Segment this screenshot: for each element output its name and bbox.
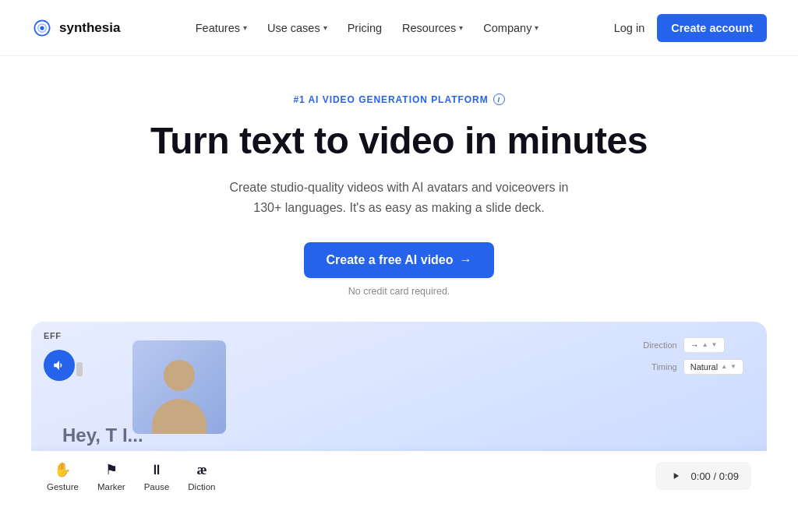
hero-subtitle: Create studio-quality videos with AI ava…	[228, 178, 570, 217]
logo[interactable]: synthesia	[31, 17, 120, 39]
toolbar: ✋ Gesture ⚑ Marker ⏸ Pause æ Diction	[31, 451, 767, 501]
nav-item-features[interactable]: Features ▾	[188, 17, 255, 39]
navigation: synthesia Features ▾ Use cases ▾ Pricing…	[0, 0, 798, 56]
arrow-icon: →	[460, 253, 472, 267]
bottom-text: Hey, T I...	[62, 425, 143, 446]
direction-control: Direction → ▲ ▼	[638, 337, 743, 353]
play-button[interactable]	[668, 468, 683, 484]
play-control: 0:00 / 0:09	[655, 462, 751, 490]
no-credit-card-text: No credit card required.	[348, 286, 450, 297]
right-controls: Direction → ▲ ▼ Timing Natural ▲ ▼	[638, 337, 743, 375]
hero-badge: #1 AI VIDEO GENERATION PLATFORM i	[293, 93, 504, 105]
play-icon	[670, 470, 681, 481]
chevron-up-icon: ▲	[721, 364, 727, 370]
demo-section: EFF Direction → ▲ ▼ Timing	[31, 322, 767, 501]
pause-tool[interactable]: ⏸ Pause	[144, 460, 170, 491]
diction-tool[interactable]: æ Diction	[188, 460, 215, 491]
logo-text: synthesia	[59, 20, 120, 36]
gesture-tool[interactable]: ✋ Gesture	[47, 460, 79, 491]
diction-icon: æ	[192, 460, 211, 479]
nav-actions: Log in Create account	[614, 14, 767, 42]
avatar-head	[164, 360, 195, 391]
chevron-down-icon: ▼	[730, 364, 736, 370]
speaker-icon	[52, 358, 66, 372]
nav-item-use-cases[interactable]: Use cases ▾	[260, 17, 335, 39]
hero-title: Turn text to video in minutes	[150, 119, 648, 162]
nav-item-company[interactable]: Company ▾	[475, 17, 546, 39]
svg-point-0	[40, 26, 44, 30]
timing-control: Timing Natural ▲ ▼	[638, 359, 743, 375]
cta-button[interactable]: Create a free AI video →	[304, 242, 493, 278]
toolbar-tools: ✋ Gesture ⚑ Marker ⏸ Pause æ Diction	[47, 460, 215, 491]
eff-label: EFF	[44, 331, 61, 340]
hero-section: #1 AI VIDEO GENERATION PLATFORM i Turn t…	[0, 56, 798, 322]
marker-tool[interactable]: ⚑ Marker	[97, 460, 125, 491]
nav-item-pricing[interactable]: Pricing	[340, 17, 390, 39]
demo-inner: EFF Direction → ▲ ▼ Timing	[31, 322, 767, 501]
chevron-down-icon: ▼	[711, 342, 718, 348]
gesture-icon: ✋	[53, 460, 72, 479]
marker-icon: ⚑	[102, 460, 121, 479]
avatar-placeholder	[132, 340, 226, 434]
play-time: 0:00 / 0:09	[691, 470, 739, 482]
chevron-down-icon: ▾	[459, 23, 463, 32]
chevron-down-icon: ▾	[323, 23, 327, 32]
chevron-down-icon: ▾	[243, 23, 247, 32]
info-icon: i	[493, 93, 505, 105]
chevron-down-icon: ▾	[535, 23, 538, 32]
login-button[interactable]: Log in	[614, 22, 645, 34]
pause-icon: ⏸	[147, 460, 166, 479]
avatar-body	[152, 399, 207, 434]
chevron-up-icon: ▲	[702, 342, 708, 348]
speaker-line	[76, 362, 83, 376]
create-account-button[interactable]: Create account	[657, 14, 767, 42]
speaker-button[interactable]	[44, 350, 75, 381]
logo-icon	[31, 17, 53, 39]
nav-item-resources[interactable]: Resources ▾	[394, 17, 471, 39]
nav-links: Features ▾ Use cases ▾ Pricing Resources…	[188, 17, 547, 39]
